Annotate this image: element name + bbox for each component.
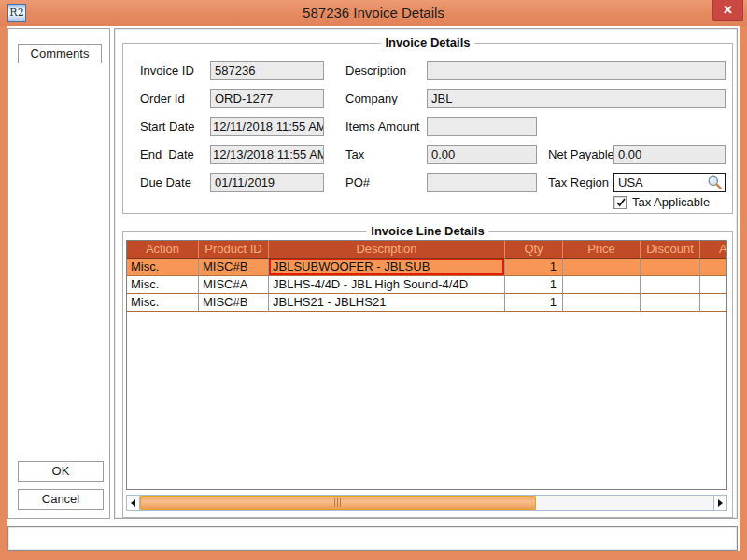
cancel-button[interactable]: Cancel — [18, 489, 104, 510]
tax-region-label: Tax Region — [548, 173, 609, 192]
invoice-id-label: Invoice ID — [140, 61, 194, 80]
cell-amount[interactable] — [700, 259, 727, 276]
company-field: JBL — [427, 89, 726, 108]
tax-region-field[interactable]: USA — [613, 173, 726, 192]
line-items-table: Action Product ID Description Qty Price … — [126, 240, 727, 490]
tax-applicable-label: Tax Applicable — [632, 195, 710, 210]
scroll-right-button[interactable] — [713, 495, 727, 511]
search-icon[interactable] — [707, 175, 723, 192]
cell-qty[interactable]: 1 — [505, 259, 563, 276]
invoice-details-title: Invoice Details — [380, 35, 474, 49]
company-label: Company — [345, 89, 398, 108]
net-payable-field: 0.00 — [613, 145, 726, 164]
cell-discount[interactable] — [641, 294, 700, 312]
cell-description[interactable]: JBLHS-4/4D - JBL High Sound-4/4D — [269, 276, 505, 294]
cell-product-id[interactable]: MISC#B — [199, 294, 269, 312]
window-content: Comments OK Cancel Invoice Details Invoi… — [7, 26, 740, 551]
due-date-label: Due Date — [140, 173, 191, 192]
invoice-id-field: 587236 — [210, 61, 324, 80]
column-header-product-id[interactable]: Product ID — [199, 241, 269, 259]
invoice-details-window: { "window": { "title": "587236 Invoice D… — [0, 0, 747, 560]
items-amount-label: Items Amount — [345, 117, 419, 136]
cell-discount[interactable] — [641, 276, 700, 294]
title-bar: R2 587236 Invoice Details ✕ — [0, 0, 747, 26]
close-button[interactable]: ✕ — [712, 0, 743, 21]
start-date-field: 12/11/2018 11:55 AM — [210, 117, 324, 136]
column-header-description[interactable]: Description — [269, 241, 505, 259]
order-id-field: ORD-1277 — [210, 89, 324, 108]
cell-qty[interactable]: 1 — [505, 294, 563, 312]
ok-button[interactable]: OK — [18, 461, 104, 482]
cell-price[interactable] — [563, 294, 641, 312]
due-date-field: 01/11/2019 — [210, 173, 324, 192]
scrollbar-thumb[interactable] — [140, 496, 536, 510]
end-date-label: End Date — [140, 145, 194, 164]
cell-description[interactable]: JBLHS21 - JBLHS21 — [269, 294, 505, 312]
table-row[interactable]: Misc. MISC#A JBLHS-4/4D - JBL High Sound… — [127, 276, 727, 294]
scroll-left-button[interactable] — [126, 495, 140, 511]
invoice-details-group: Invoice Details Invoice ID 587236 Order … — [122, 43, 733, 214]
end-date-field: 12/13/2018 11:55 AM — [210, 145, 324, 164]
grip-icon — [334, 498, 342, 507]
cell-amount[interactable] — [700, 276, 727, 294]
table-row[interactable]: Misc. MISC#B JBLSUBWOOFER - JBLSUB 1 — [127, 259, 727, 276]
po-label: PO# — [345, 173, 370, 192]
cell-action[interactable]: Misc. — [127, 259, 199, 276]
table-row[interactable]: Misc. MISC#B JBLHS21 - JBLHS21 1 — [127, 294, 727, 312]
invoice-line-details-group: Invoice Line Details Action Product ID D… — [122, 231, 733, 518]
start-date-label: Start Date — [140, 117, 195, 136]
status-bar — [7, 526, 738, 551]
invoice-line-details-title: Invoice Line Details — [366, 224, 488, 238]
comments-button[interactable]: Comments — [18, 44, 102, 63]
column-header-qty[interactable]: Qty — [505, 241, 563, 259]
scrollbar-track[interactable] — [140, 495, 713, 511]
tax-region-value: USA — [618, 175, 643, 189]
window-title: 587236 Invoice Details — [0, 0, 747, 26]
arrow-left-icon — [131, 499, 135, 507]
cell-product-id[interactable]: MISC#A — [199, 276, 269, 294]
table-header-row: Action Product ID Description Qty Price … — [127, 241, 727, 259]
items-amount-field — [427, 117, 537, 136]
net-payable-label: Net Payable — [548, 145, 614, 164]
cell-qty[interactable]: 1 — [505, 276, 563, 294]
description-field — [427, 61, 726, 80]
column-header-action[interactable]: Action — [127, 241, 199, 259]
horizontal-scrollbar[interactable] — [126, 495, 727, 511]
cell-product-id[interactable]: MISC#B — [199, 259, 269, 276]
cell-action[interactable]: Misc. — [127, 294, 199, 312]
left-panel: Comments OK Cancel — [7, 28, 110, 519]
cell-amount[interactable] — [700, 294, 727, 312]
check-icon — [615, 197, 627, 208]
po-field — [427, 173, 537, 192]
column-header-price[interactable]: Price — [563, 241, 641, 259]
tax-applicable-checkbox[interactable] — [613, 196, 627, 209]
cell-price[interactable] — [563, 276, 641, 294]
main-panel: Invoice Details Invoice ID 587236 Order … — [114, 28, 738, 519]
cell-discount[interactable] — [641, 259, 700, 276]
column-header-discount[interactable]: Discount — [641, 241, 700, 259]
column-header-amount[interactable]: Amount — [700, 241, 727, 259]
description-label: Description — [345, 61, 406, 80]
cell-description[interactable]: JBLSUBWOOFER - JBLSUB — [269, 259, 505, 276]
tax-label: Tax — [345, 145, 364, 164]
cell-price[interactable] — [563, 259, 641, 276]
cell-action[interactable]: Misc. — [127, 276, 199, 294]
order-id-label: Order Id — [140, 89, 185, 108]
tax-field: 0.00 — [427, 145, 537, 164]
arrow-right-icon — [718, 499, 723, 507]
